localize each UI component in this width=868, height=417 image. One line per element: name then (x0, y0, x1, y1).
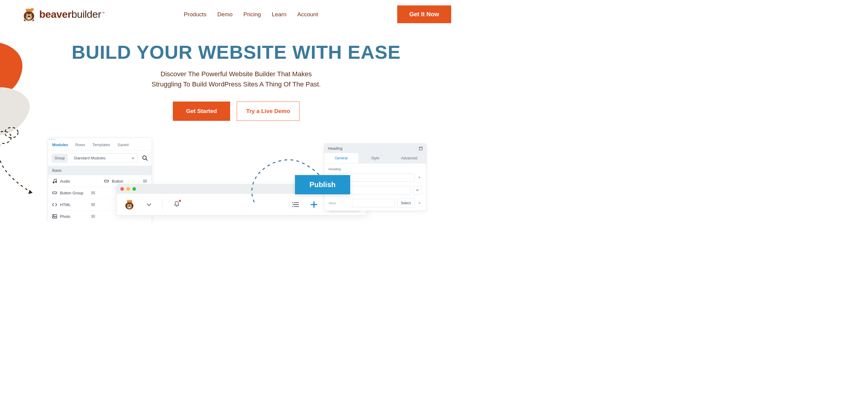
svg-point-48 (128, 204, 128, 205)
beaver-icon (21, 7, 37, 22)
list-icon (143, 179, 148, 183)
publish-badge[interactable]: Publish (295, 175, 350, 194)
svg-point-50 (131, 204, 131, 205)
try-live-demo-button[interactable]: Try a Live Demo (237, 102, 300, 121)
add-field-icon[interactable]: + (417, 175, 422, 180)
svg-rect-10 (28, 17, 30, 19)
plus-icon[interactable] (310, 200, 318, 209)
svg-point-22 (143, 182, 144, 183)
svg-point-42 (91, 216, 92, 217)
chevron-down-icon (131, 157, 134, 160)
modules-panel-tabs: Modules Rows Templates Saved (48, 141, 152, 150)
window-close[interactable] (120, 187, 124, 191)
nav-pricing[interactable]: Pricing (243, 11, 261, 18)
brand-name: beaverbuilder™ (39, 8, 105, 20)
hero-subtitle: Discover The Powerful Website Builder Th… (0, 69, 472, 90)
svg-point-57 (292, 206, 293, 207)
add-field-icon[interactable]: + (417, 201, 422, 206)
get-it-now-button[interactable]: Get It Now (397, 5, 451, 23)
svg-point-28 (91, 193, 92, 193)
list-icon (91, 214, 96, 218)
heading-link-input[interactable] (352, 199, 395, 207)
tab-saved[interactable]: Saved (118, 142, 129, 147)
svg-point-21 (143, 181, 144, 181)
follow-suffix: ollow (329, 201, 349, 205)
svg-point-27 (91, 192, 92, 192)
tab-style[interactable]: Style (358, 153, 392, 163)
audio-icon (52, 179, 57, 183)
select-button[interactable]: Select (397, 199, 415, 208)
svg-rect-60 (419, 147, 422, 150)
svg-rect-23 (53, 192, 57, 194)
svg-rect-46 (127, 200, 132, 202)
svg-rect-16 (104, 180, 108, 182)
outline-view-icon[interactable] (292, 201, 300, 209)
main-nav: Products Demo Pricing Learn Account (184, 11, 318, 18)
tab-rows[interactable]: Rows (75, 142, 85, 147)
nav-learn[interactable]: Learn (272, 11, 286, 18)
svg-point-9 (30, 14, 31, 14)
svg-point-1 (5, 128, 18, 138)
heading-field-label: Heading (324, 164, 426, 172)
chevron-down-icon[interactable] (413, 186, 422, 194)
svg-point-7 (27, 14, 27, 14)
list-icon (91, 191, 96, 195)
svg-rect-36 (53, 214, 57, 218)
nav-account[interactable]: Account (298, 11, 318, 18)
group-select[interactable]: Standard Modules (70, 153, 138, 163)
hero: Build Your Website With Ease Discover Th… (0, 41, 472, 121)
nav-demo[interactable]: Demo (217, 11, 232, 18)
svg-point-11 (28, 16, 30, 17)
heading-panel-title: Heading (328, 146, 342, 151)
notifications-button[interactable] (173, 200, 180, 209)
svg-line-13 (146, 159, 148, 161)
panel-drag-handle[interactable] (48, 138, 152, 141)
module-button-group[interactable]: Button Group (48, 187, 100, 199)
section-basic: Basic (48, 166, 152, 175)
svg-point-0 (0, 131, 11, 143)
tab-advanced[interactable]: Advanced (392, 153, 426, 163)
photo-icon (52, 214, 57, 219)
svg-point-20 (143, 180, 144, 180)
html-icon (52, 202, 57, 207)
svg-point-34 (91, 204, 92, 205)
svg-rect-5 (31, 8, 34, 10)
hero-title: Build Your Website With Ease (0, 41, 472, 63)
module-audio[interactable]: Audio (48, 175, 100, 187)
window-restore-icon[interactable] (419, 147, 423, 150)
notification-dot (179, 200, 181, 202)
window-minimize[interactable] (126, 187, 130, 191)
get-started-button[interactable]: Get Started (173, 102, 230, 121)
nav-products[interactable]: Products (184, 11, 206, 18)
tab-templates[interactable]: Templates (92, 142, 110, 147)
chevron-down-icon[interactable] (146, 201, 152, 208)
svg-point-43 (91, 217, 92, 218)
module-html[interactable]: HTML (48, 199, 100, 210)
group-select-value: Standard Modules (73, 156, 105, 160)
search-icon[interactable] (142, 155, 148, 161)
svg-point-14 (53, 182, 54, 183)
svg-point-33 (91, 203, 92, 204)
svg-point-15 (55, 181, 56, 182)
window-maximize[interactable] (132, 187, 136, 191)
svg-point-29 (91, 194, 92, 194)
button-icon (104, 179, 109, 183)
svg-point-35 (91, 206, 92, 206)
tab-modules[interactable]: Modules (52, 142, 68, 147)
tab-general[interactable]: General (324, 153, 358, 163)
beaver-small-icon (123, 199, 135, 211)
group-label: Group (52, 154, 67, 163)
button-group-icon (52, 190, 57, 195)
site-header: beaverbuilder™ Products Demo Pricing Lea… (0, 0, 472, 23)
heading-panel-tabs: General Style Advanced (324, 153, 426, 164)
illustration-cluster: Modules Rows Templates Saved Group Stand… (48, 137, 425, 222)
list-icon (91, 203, 96, 207)
brand-logo[interactable]: beaverbuilder™ (21, 7, 105, 22)
svg-point-41 (91, 215, 92, 216)
svg-point-12 (143, 156, 146, 160)
module-photo[interactable]: Photo (48, 211, 100, 222)
svg-rect-52 (129, 206, 130, 208)
svg-point-37 (53, 215, 54, 216)
svg-point-56 (292, 202, 293, 203)
